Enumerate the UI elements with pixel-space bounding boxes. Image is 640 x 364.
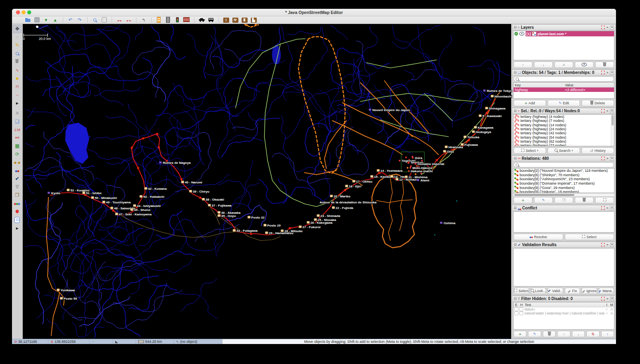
bus-preset-button[interactable]: [206, 17, 215, 23]
enable-checkbox[interactable]: [514, 307, 518, 311]
down-button[interactable]: ↓: [534, 62, 553, 68]
filter-row[interactable]: status= ✓ A: [514, 307, 614, 311]
expand-arrow-button[interactable]: ▶: [13, 224, 22, 232]
improve-accuracy-button[interactable]: ▲: [13, 74, 22, 82]
delete-tool-button[interactable]: [13, 58, 22, 66]
split-way-button[interactable]: ●─●: [124, 17, 133, 23]
selection-item[interactable]: tertiary (highway) (14 nodes): [514, 123, 614, 127]
delete-button[interactable]: Delete: [582, 100, 614, 106]
conflict-dialog-button[interactable]: [13, 167, 22, 175]
eye-button[interactable]: [575, 62, 594, 68]
detach-icon[interactable]: ➤: [606, 297, 609, 300]
signal-preset-button[interactable]: [173, 17, 182, 23]
merge-button[interactable]: ≡: [554, 62, 573, 68]
relation-item[interactable]: boundary[9] ("Domaine impérial", 17 memb…: [514, 181, 614, 186]
detach-icon[interactable]: ➤: [606, 26, 609, 29]
restaurant-preset-button[interactable]: Ψ: [231, 17, 240, 23]
changeset-dialog-button[interactable]: ⟳: [13, 150, 22, 159]
close-window-button[interactable]: [16, 10, 20, 14]
detach-icon[interactable]: ➤: [606, 206, 609, 210]
minimize-window-button[interactable]: [22, 10, 26, 14]
selection-item[interactable]: tertiary (highway) (42 nodes): [514, 131, 614, 135]
layer-row[interactable]: ✔ [1] planet-last.osm *: [514, 31, 614, 36]
close-icon[interactable]: ✕: [610, 206, 614, 210]
sticky-icon[interactable]: [601, 26, 605, 29]
presets-dialog-button[interactable]: ❒: [13, 191, 22, 199]
tag-row[interactable]: highway<3 different>: [514, 88, 614, 92]
selection-item[interactable]: tertiary (highway) (4 nodes): [514, 115, 614, 119]
selection-item[interactable]: tertiary (highway) (7 nodes): [514, 119, 614, 123]
save-button[interactable]: [32, 17, 41, 23]
parallel-way-button[interactable]: ↔: [13, 90, 22, 99]
plus-button[interactable]: +: [514, 331, 526, 337]
select-button[interactable]: Select▾: [514, 147, 546, 154]
works-preset-button[interactable]: ▙: [249, 17, 258, 23]
collapse-icon[interactable]: ⊟: [514, 297, 517, 300]
tag-search-input[interactable]: [520, 77, 612, 81]
layer-visibility-icon[interactable]: [519, 32, 524, 36]
close-icon[interactable]: ✕: [610, 243, 614, 247]
road-preset-button[interactable]: [164, 17, 172, 23]
sticky-icon[interactable]: [601, 243, 605, 247]
selection-dialog-button[interactable]: 1:M: [13, 125, 22, 134]
sort-asc-button[interactable]: ⇅: [586, 331, 599, 337]
zoom-selection-button[interactable]: [90, 17, 99, 23]
trash-button[interactable]: [575, 197, 594, 203]
upload-button[interactable]: ▲: [51, 17, 60, 23]
undo-button[interactable]: ↶: [66, 17, 75, 23]
selection-item[interactable]: tertiary (highway) (73 nodes): [514, 143, 614, 146]
collapse-icon[interactable]: ⊟: [514, 243, 517, 247]
key-column-header[interactable]: Key: [514, 83, 565, 87]
valid--button[interactable]: ✔Valid...: [548, 288, 563, 294]
trash-button[interactable]: [543, 331, 556, 337]
relation-search-input[interactable]: [520, 163, 612, 167]
conflict-list[interactable]: [513, 211, 614, 233]
mana--button[interactable]: Mana...: [599, 288, 614, 294]
relation-item[interactable]: boundary[2] ("Nouvel Empire du Japon", 1…: [514, 169, 614, 173]
boundary-tool-button[interactable]: O: [13, 216, 22, 224]
sticky-icon[interactable]: [601, 157, 605, 160]
layers-dialog-button[interactable]: ≡: [13, 109, 22, 117]
copy-button[interactable]: ❐: [554, 197, 573, 203]
down-button[interactable]: ↓: [572, 331, 585, 337]
castle-preset-button[interactable]: ♜: [240, 17, 249, 23]
hide-checkbox[interactable]: [519, 307, 523, 311]
relations-dialog-button[interactable]: ⚯: [13, 134, 22, 142]
car-preset-button[interactable]: [197, 17, 206, 23]
minimap-button[interactable]: ▦: [13, 142, 22, 150]
relation-search-field[interactable]: [514, 162, 614, 167]
edit-button[interactable]: ✎: [534, 197, 553, 203]
collapse-icon[interactable]: ⊟: [514, 109, 517, 113]
authors-dialog-button[interactable]: ☻☻: [13, 158, 22, 167]
up-button[interactable]: ↑: [557, 331, 570, 337]
detach-icon[interactable]: ➤: [606, 71, 609, 74]
select-button[interactable]: [595, 197, 614, 203]
history-button[interactable]: ↺History: [582, 147, 614, 154]
resolve-button[interactable]: Resolve: [514, 234, 563, 240]
draw-way-button[interactable]: ∿: [13, 66, 22, 74]
preferences-button[interactable]: [100, 17, 108, 23]
relation-item[interactable]: boundary[9] ("Hakone", 18 members): [514, 190, 614, 193]
relation-item[interactable]: boundary[9] ("Ashinoyumichi", 23 members…: [514, 177, 614, 181]
edit-button[interactable]: ✎: [528, 331, 541, 337]
search-button[interactable]: Search▾: [548, 147, 580, 154]
sticky-icon[interactable]: [601, 206, 605, 210]
lasso-tool-button[interactable]: ◌: [13, 33, 22, 42]
detach-icon[interactable]: ➤: [606, 243, 609, 247]
unglue-button[interactable]: ●╌●: [115, 17, 124, 23]
validation-list[interactable]: [513, 248, 614, 286]
horizontal-scrollbar[interactable]: [514, 193, 614, 196]
redo-button[interactable]: ↷: [75, 17, 84, 23]
ignore-button[interactable]: Ignore: [582, 288, 597, 294]
collapse-icon[interactable]: ⊟: [514, 71, 517, 74]
close-icon[interactable]: ✕: [610, 71, 614, 75]
zoom-window-button[interactable]: [27, 10, 31, 14]
close-icon[interactable]: ✕: [610, 26, 614, 30]
enable-checkbox[interactable]: [514, 311, 518, 315]
close-icon[interactable]: ✕: [610, 297, 614, 301]
close-icon[interactable]: ✕: [610, 157, 614, 161]
mappaint-dialog-button[interactable]: [13, 199, 22, 208]
look--button[interactable]: Look...: [531, 288, 546, 294]
collapse-icon[interactable]: ⊟: [514, 157, 517, 160]
expand-arrow-button[interactable]: ▶: [13, 99, 22, 107]
